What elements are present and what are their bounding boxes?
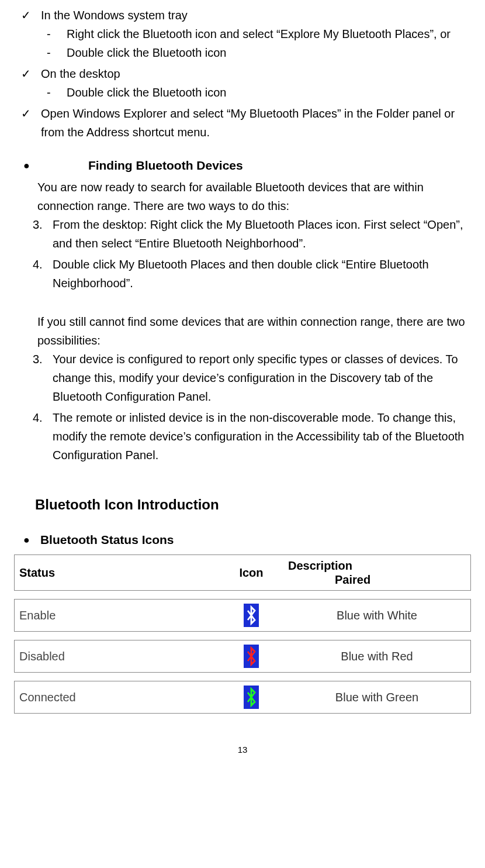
cannot-find-intro: If you still cannot find some devices th…	[12, 312, 473, 350]
header-status: Status	[15, 560, 219, 585]
possibility-3: Your device is configured to report only…	[53, 350, 473, 406]
header-desc-line1: Description	[288, 559, 352, 572]
status-table: Status Icon Description Paired Enable Bl…	[12, 554, 473, 714]
table-row: Disabled Blue with Red	[14, 640, 471, 673]
find-step-4: Double click My Bluetooth Places and the…	[53, 255, 473, 292]
table-row: Connected Blue with Green	[14, 681, 471, 714]
bluetooth-connected-icon	[244, 686, 259, 709]
table-row: Enable Blue with White	[14, 599, 471, 632]
desktop-title: On the desktop	[41, 67, 120, 80]
tray-sub-b: Double click the Bluetooth icon	[67, 43, 473, 62]
row-icon	[219, 604, 283, 627]
desktop-item: On the desktop Double click the Bluetoot…	[41, 64, 473, 102]
row-status: Connected	[15, 684, 219, 710]
section-title: Bluetooth Icon Introduction	[12, 494, 473, 516]
tray-sublist: Right click the Bluetooth icon and selec…	[41, 25, 473, 62]
row-icon	[219, 686, 283, 709]
bullet-icon	[23, 530, 30, 549]
desktop-sub-a: Double click the Bluetooth icon	[67, 83, 473, 102]
desktop-sublist: Double click the Bluetooth icon	[41, 83, 473, 102]
possibility-4: The remote or inlisted device is in the …	[53, 408, 473, 464]
table-header: Status Icon Description Paired	[14, 554, 471, 591]
status-icons-heading-row: Bluetooth Status Icons	[12, 530, 473, 550]
page-number: 13	[12, 743, 473, 757]
finding-heading: Finding Bluetooth Devices	[88, 156, 243, 175]
finding-heading-row: Finding Bluetooth Devices	[12, 156, 473, 175]
bullet-icon	[23, 156, 30, 174]
bluetooth-enable-icon	[244, 604, 259, 627]
explorer-item: Open Windows Explorer and select “My Blu…	[41, 104, 473, 142]
finding-steps: From the desktop: Right click the My Blu…	[12, 215, 473, 292]
row-desc: Blue with White	[283, 602, 470, 628]
finding-intro: You are now ready to search for availabl…	[12, 178, 473, 215]
find-step-3: From the desktop: Right click the My Blu…	[53, 215, 473, 253]
row-status: Disabled	[15, 643, 219, 669]
tray-sub-a: Right click the Bluetooth icon and selec…	[67, 25, 473, 43]
row-desc: Blue with Red	[283, 643, 470, 669]
header-desc: Description Paired	[283, 555, 470, 590]
header-desc-line2: Paired	[288, 573, 370, 586]
system-tray-list: In the Wondows system tray Right click t…	[12, 6, 473, 142]
row-icon	[219, 645, 283, 668]
possibilities-list: Your device is configured to report only…	[12, 350, 473, 464]
bluetooth-disabled-icon	[244, 645, 259, 668]
tray-item: In the Wondows system tray Right click t…	[41, 6, 473, 62]
header-icon: Icon	[219, 560, 283, 585]
row-status: Enable	[15, 602, 219, 628]
row-desc: Blue with Green	[283, 684, 470, 710]
tray-title: In the Wondows system tray	[41, 9, 188, 22]
status-icons-heading: Bluetooth Status Icons	[40, 530, 174, 550]
